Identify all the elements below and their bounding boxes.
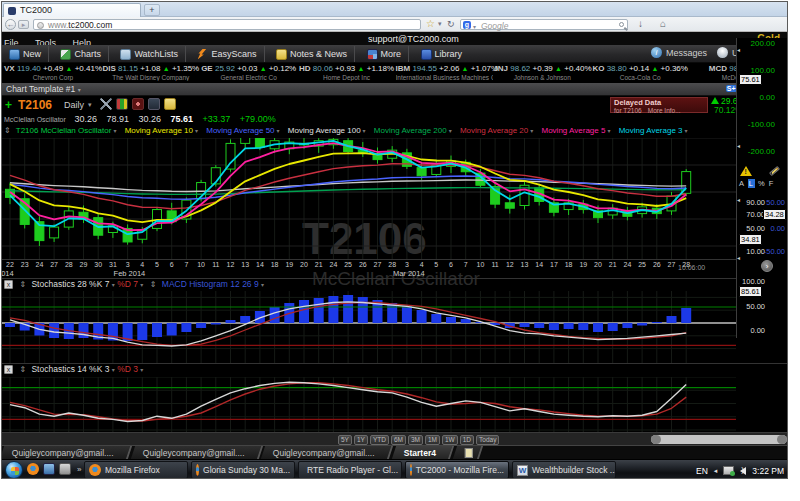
task-rte-radio[interactable]: RTE Radio Player - Gl... (298, 461, 402, 479)
forward-button[interactable]: ▸ (18, 20, 29, 29)
task-tc2000[interactable]: TC2000 - Mozilla Fire... (405, 461, 509, 479)
stoch28-d-legend[interactable]: %D 7 ▾ (117, 279, 143, 289)
add-symbol-icon[interactable]: + (5, 98, 12, 112)
video-icon[interactable] (132, 98, 144, 110)
easyscans-button[interactable]: EasyScans (191, 46, 265, 62)
range-1y[interactable]: 1Y (354, 435, 368, 445)
home-icon[interactable]: ⌂ (660, 18, 666, 29)
stoch14-d-legend[interactable]: %D 3 ▾ (117, 364, 143, 374)
legend-oscillator[interactable]: T2106 McClellan Oscillator▾ (16, 126, 117, 135)
charts-button[interactable]: Charts (53, 46, 109, 62)
ticker-item-ko[interactable]: KO 38.80 +0.14 ▲ +0.36% Coca-Cola Co (591, 64, 689, 83)
scale-mode-buttons[interactable]: A L % F (739, 179, 774, 188)
scrollbar-left-handle[interactable] (651, 435, 661, 444)
axis-nub-icon[interactable]: ◂ (737, 254, 740, 261)
search-bar[interactable]: g ▾ Google (460, 19, 628, 30)
legend-ma200[interactable]: Moving Average 200▾ (374, 126, 452, 135)
downloads-icon[interactable]: ↓ (638, 18, 643, 29)
timeframe-selector[interactable]: Daily (64, 100, 84, 110)
delayed-data-badge[interactable]: Delayed Data for T2106More Info... (610, 97, 708, 113)
notes-news-button[interactable]: Notes & News (269, 46, 355, 62)
task-wealthbuilder[interactable]: WWealthbuilder Stock ... (512, 461, 616, 479)
indicator-icon[interactable] (116, 98, 128, 110)
more-info-link[interactable]: More Info... (648, 107, 681, 114)
bookmark-star-icon[interactable]: ☆ (426, 18, 435, 29)
warning-icon[interactable] (740, 166, 752, 176)
site-identity-icon[interactable] (37, 22, 44, 29)
url-bar[interactable]: www.tc2000.com (33, 19, 421, 30)
panel3-plot[interactable] (2, 377, 736, 432)
explorer-icon[interactable] (59, 463, 71, 475)
scrollbar-right-handle[interactable] (777, 435, 787, 444)
range-1w[interactable]: 1W (442, 435, 458, 445)
reorder-icon[interactable]: ⇕ (150, 280, 157, 289)
search-icon[interactable] (619, 22, 624, 27)
tab-layout-1[interactable]: Quigleycompany@gmail.... (1, 446, 132, 459)
horizontal-scrollbar[interactable] (651, 435, 787, 444)
legend-ma20[interactable]: Moving Average 20▾ (460, 126, 533, 135)
tab-layout-3[interactable]: Quigleycompany@gmail.... (261, 446, 393, 459)
tab-layout-2[interactable]: Quigleycompany@gmail.... (131, 446, 263, 459)
stoch14-legend[interactable]: Stochastics 14 %K 3 ▾ (31, 364, 114, 374)
scroll-right-button[interactable]: › (761, 260, 773, 272)
ticker-item-ge[interactable]: GE 25.92 +0.03 ▲ +0.12% General Electric… (200, 64, 298, 83)
new-button[interactable]: New (2, 46, 49, 62)
messages-button[interactable]: iMessages (651, 47, 707, 58)
ticker-item-jnj[interactable]: JNJ 98.62 +0.39 ▲ +0.40% Johnson & Johns… (493, 64, 591, 83)
axis-nub-icon[interactable]: ◂ (737, 46, 740, 53)
reorder-icon[interactable]: ⇕ (4, 126, 11, 135)
ticker-item-hd[interactable]: HD 80.06 +0.93 ▲ +1.18% Home Depot Inc (298, 64, 396, 83)
legend-ma100[interactable]: Moving Average 100▾ (288, 126, 366, 135)
range-5y[interactable]: 5Y (338, 435, 352, 445)
active-symbol[interactable]: T2106 (18, 98, 52, 112)
close-panel-icon[interactable]: x (4, 280, 13, 289)
tools-icon[interactable] (100, 98, 112, 110)
legend-ma5[interactable]: Moving Average 5▾ (542, 126, 611, 135)
show-desktop-icon[interactable] (43, 463, 55, 475)
more-button[interactable]: More (360, 46, 410, 62)
tab-starter4[interactable]: Starter4 (392, 446, 454, 459)
new-tab-button[interactable]: + (144, 4, 160, 16)
price-axis-column[interactable]: 200.00 100.00 75.61 0.00 -100.00 -200.00… (736, 38, 787, 338)
chart-template-selector[interactable]: Chart Template #1 ▾ (6, 84, 81, 94)
legend-ma50[interactable]: Moving Average 50▾ (206, 126, 279, 135)
watchlists-button[interactable]: WatchLists (113, 46, 186, 62)
network-icon[interactable] (723, 466, 734, 475)
close-panel-icon[interactable]: x (4, 365, 13, 374)
reorder-icon[interactable]: ⇕ (19, 365, 26, 374)
drawing-pencil-icon[interactable] (769, 166, 780, 176)
task-firefox[interactable]: Mozilla Firefox (84, 461, 188, 479)
overflow-chevrons-icon[interactable]: » (77, 465, 81, 474)
hidden-icons-arrow[interactable]: ◂ (714, 467, 718, 475)
note-icon[interactable] (164, 98, 176, 110)
ticker-item-vx[interactable]: VX 119.40 +0.49 ▲ +0.41% Chevron Corp (4, 64, 102, 83)
clock[interactable]: 3:22 PM (752, 466, 784, 476)
firefox-icon[interactable] (27, 463, 39, 475)
timeframe-dropdown-icon[interactable]: ▾ (88, 101, 92, 109)
panel-icon[interactable] (148, 98, 160, 110)
search-engine-icon[interactable]: g (463, 21, 471, 29)
start-button[interactable] (5, 461, 23, 479)
speaker-icon[interactable] (740, 467, 746, 475)
refresh-icon[interactable]: ↻ (447, 19, 455, 29)
main-chart-plot[interactable] (2, 138, 736, 260)
range-today[interactable]: Today (476, 435, 499, 445)
legend-ma3[interactable]: Moving Average 3▾ (619, 126, 688, 135)
browser-tab[interactable]: TC2000 (3, 3, 141, 17)
back-button[interactable]: ← (5, 19, 16, 30)
strategy-icon[interactable]: S+ (726, 85, 737, 92)
range-1m[interactable]: 1M (425, 435, 440, 445)
search-engine-dropdown-icon[interactable]: ▾ (473, 23, 476, 30)
new-layout-tab[interactable] (453, 446, 483, 459)
range-1d[interactable]: 1D (460, 435, 474, 445)
panel2-plot[interactable] (2, 291, 736, 364)
library-button[interactable]: Library (414, 46, 470, 62)
language-indicator[interactable]: EN (696, 466, 708, 476)
range-3m[interactable]: 3M (408, 435, 423, 445)
axis-nub-icon[interactable]: ◂ (737, 142, 740, 149)
macd-legend[interactable]: MACD Histogram 12 26 9 ▾ (162, 279, 264, 289)
ticker-item-ibm[interactable]: IBM 194.55 +2.06 ▲ +1.07% International … (396, 64, 494, 83)
range-6m[interactable]: 6M (391, 435, 406, 445)
reorder-icon[interactable]: ⇕ (19, 280, 26, 289)
bookmark-dropdown-icon[interactable]: ▾ (438, 20, 442, 28)
